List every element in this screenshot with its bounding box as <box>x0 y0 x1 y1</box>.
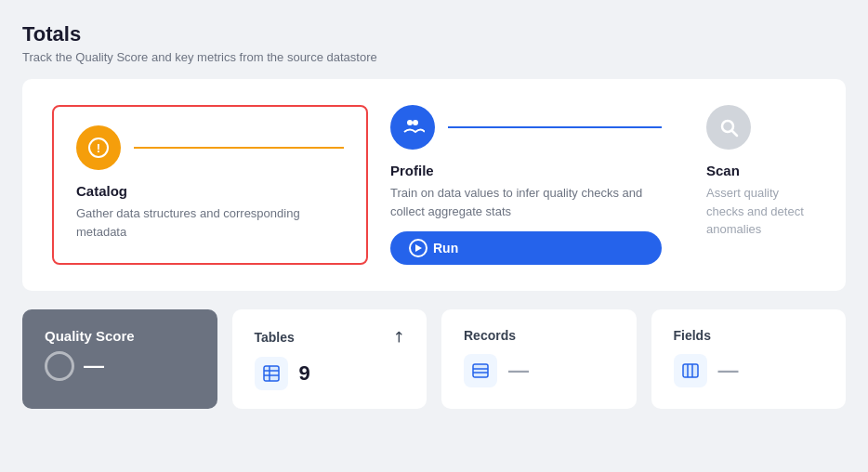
profile-icon <box>390 105 435 150</box>
steps-container: ! Catalog Gather data structures and cor… <box>52 105 816 265</box>
catalog-icon: ! <box>76 125 121 170</box>
profile-desc: Train on data values to infer quality ch… <box>390 184 662 220</box>
records-value-row: — <box>464 354 614 387</box>
svg-rect-14 <box>683 364 698 377</box>
step-profile[interactable]: Profile Train on data values to infer qu… <box>368 105 684 265</box>
catalog-header: ! <box>76 125 344 170</box>
svg-marker-4 <box>415 244 422 252</box>
svg-rect-7 <box>264 366 279 381</box>
run-icon <box>409 239 427 257</box>
records-header: Records <box>464 328 614 343</box>
run-button[interactable]: Run <box>390 231 662 265</box>
records-icon <box>464 354 497 387</box>
tables-icon <box>255 357 288 390</box>
run-label: Run <box>433 241 458 256</box>
quality-circle-icon <box>45 351 74 381</box>
fields-value: — <box>718 359 739 383</box>
page-subtitle: Track the Quality Score and key metrics … <box>22 50 846 64</box>
fields-label: Fields <box>674 328 711 343</box>
quality-score-label: Quality Score <box>45 328 195 344</box>
step-catalog[interactable]: ! Catalog Gather data structures and cor… <box>52 105 368 265</box>
fields-header: Fields <box>674 328 824 343</box>
quality-dash: — <box>84 354 104 378</box>
metric-records: Records — <box>441 309 637 409</box>
svg-point-3 <box>413 120 418 125</box>
records-value: — <box>508 359 529 383</box>
fields-value-row: — <box>674 354 824 387</box>
page-title: Totals <box>22 22 846 46</box>
svg-point-2 <box>407 120 413 125</box>
fields-icon <box>674 354 707 387</box>
scan-header <box>706 105 810 150</box>
tables-label: Tables <box>255 330 295 345</box>
tables-arrow-icon: ↗ <box>388 326 409 347</box>
connector-orange <box>134 147 344 149</box>
connector-blue <box>448 126 662 128</box>
svg-line-6 <box>732 131 737 136</box>
catalog-name: Catalog <box>76 183 344 199</box>
metric-quality-score: Quality Score — <box>22 309 217 409</box>
scan-name: Scan <box>706 163 810 178</box>
profile-name: Profile <box>390 163 662 178</box>
records-label: Records <box>464 328 516 343</box>
scan-icon <box>706 105 751 150</box>
scan-desc: Assert quality checks and detect anomali… <box>706 184 810 239</box>
metrics-row: Quality Score — Tables ↗ 9 Recor <box>22 309 846 409</box>
step-scan: Scan Assert quality checks and detect an… <box>684 105 833 265</box>
tables-value: 9 <box>299 361 310 386</box>
tables-value-row: 9 <box>255 357 405 390</box>
profile-header <box>390 105 662 150</box>
steps-card: ! Catalog Gather data structures and cor… <box>22 79 846 291</box>
quality-score-value: — <box>45 351 195 381</box>
metric-fields: Fields — <box>651 309 847 409</box>
tables-header: Tables ↗ <box>255 328 405 346</box>
catalog-desc: Gather data structures and corresponding… <box>76 204 344 241</box>
svg-rect-11 <box>473 364 488 377</box>
svg-text:!: ! <box>97 141 100 155</box>
metric-tables[interactable]: Tables ↗ 9 <box>232 309 427 409</box>
